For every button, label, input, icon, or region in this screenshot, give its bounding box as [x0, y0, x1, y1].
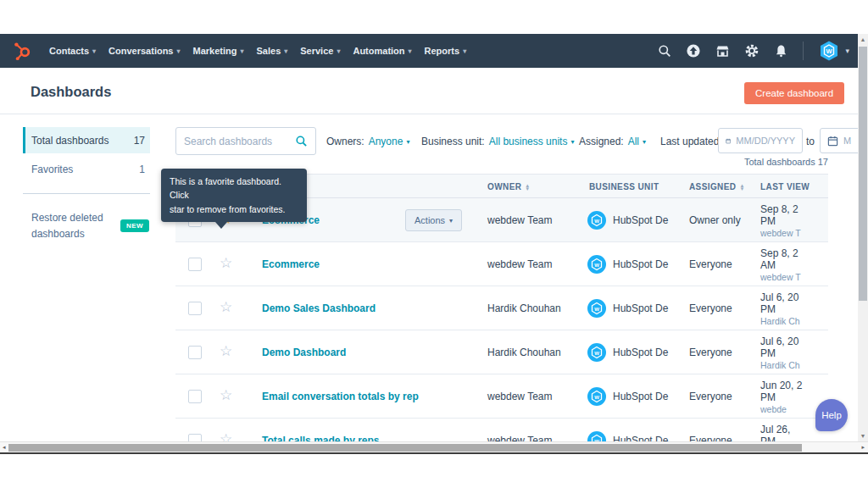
row-checkbox[interactable] — [188, 434, 202, 441]
owner-cell: webdew Team — [487, 435, 553, 441]
help-button[interactable]: Help — [815, 399, 848, 431]
search-icon[interactable] — [295, 135, 308, 147]
column-header-last-viewed: LAST VIEW — [760, 182, 810, 191]
scroll-right-icon[interactable]: ▸ — [861, 444, 865, 451]
horizontal-scrollbar[interactable]: ◂ ▸ — [0, 441, 868, 452]
scroll-left-icon[interactable]: ◂ — [3, 444, 6, 451]
search-icon[interactable] — [658, 44, 671, 58]
nav-item-reports[interactable]: Reports▾ — [425, 46, 467, 56]
dashboard-link[interactable]: Demo Dashboard — [262, 347, 346, 358]
total-dashboards-count: Total dashboards 17 — [659, 157, 828, 167]
restore-deleted-dashboards-link[interactable]: Restore deleted dashboards — [31, 210, 123, 242]
date-from-input[interactable]: MM/DD/YYYY — [718, 128, 803, 153]
header-divider — [0, 114, 858, 114]
last-viewed-cell: Jul 6, 20PMHardik Ch — [760, 336, 800, 371]
table-row: ☆ Total calls made by reps webdew Team W… — [175, 419, 828, 441]
last-viewed-cell: Jul 26,PM — [760, 424, 790, 441]
sort-icon: ▲▼ — [525, 184, 530, 191]
favorite-star-icon[interactable]: ☆ — [220, 298, 232, 317]
actions-button[interactable]: Actions▾ — [405, 209, 462, 231]
row-checkbox[interactable] — [188, 258, 202, 271]
last-viewed-cell: Sep 8, 2AMwebdew T — [760, 247, 801, 283]
scroll-down-icon[interactable]: ▼ — [858, 433, 868, 439]
owner-cell: webdew Team — [487, 214, 553, 226]
business-unit-cell: HubSpot De — [613, 347, 668, 358]
vertical-scrollbar[interactable]: ▲ ▼ — [858, 34, 868, 441]
notifications-bell-icon[interactable] — [774, 43, 788, 58]
dashboard-link[interactable]: Total calls made by reps — [262, 435, 380, 441]
favorite-star-icon[interactable]: ☆ — [220, 386, 232, 405]
create-dashboard-button[interactable]: Create dashboard — [744, 82, 844, 104]
business-unit-badge-icon: W — [587, 343, 606, 362]
owners-dropdown[interactable]: Anyone▾ — [369, 136, 410, 147]
window-bottom-edge — [0, 452, 868, 454]
horizontal-scrollbar-thumb[interactable] — [8, 444, 802, 452]
search-input[interactable] — [184, 136, 295, 147]
last-updated-filter-label: Last updated: — [660, 136, 722, 147]
nav-item-sales[interactable]: Sales▾ — [257, 46, 288, 56]
sidebar-item-total-dashboards[interactable]: Total dashboards 17 — [23, 127, 150, 153]
vertical-scrollbar-thumb[interactable] — [859, 47, 867, 301]
chevron-down-icon: ▾ — [845, 47, 849, 55]
row-checkbox[interactable] — [188, 346, 202, 359]
dashboard-link[interactable]: Email conversation totals by rep — [262, 391, 419, 402]
dashboard-link[interactable]: Demo Sales Dashboard — [262, 302, 376, 314]
nav-item-automation[interactable]: Automation▾ — [353, 46, 411, 56]
date-range-to-label: to — [806, 136, 815, 147]
assigned-cell: Everyone — [689, 258, 732, 270]
nav-item-marketing[interactable]: Marketing▾ — [193, 46, 244, 56]
assigned-dropdown[interactable]: All▾ — [628, 136, 646, 147]
assigned-cell: Owner only — [689, 214, 741, 226]
assigned-filter: Assigned: All▾ — [579, 136, 646, 147]
last-viewed-cell: Jul 6, 20PMHardik Ch — [760, 291, 800, 327]
svg-text:W: W — [594, 395, 599, 400]
scroll-up-icon[interactable]: ▲ — [858, 36, 868, 42]
calendar-icon — [726, 136, 731, 147]
business-unit-badge-icon: W — [587, 211, 606, 230]
calendar-icon — [827, 136, 838, 147]
chevron-down-icon: ▾ — [570, 138, 574, 146]
table-row: ☆ Ecommerce webdew Team W HubSpot De Eve… — [175, 242, 828, 286]
owner-cell: Hardik Chouhan — [487, 302, 561, 314]
business-unit-cell: HubSpot De — [613, 391, 668, 402]
row-checkbox[interactable] — [188, 302, 202, 315]
sort-icon: ▲▼ — [739, 184, 744, 191]
assigned-cell: Everyone — [689, 302, 732, 314]
business-unit-badge-icon: W — [587, 299, 606, 318]
svg-text:W: W — [594, 219, 599, 224]
count-badge: 1 — [139, 164, 145, 175]
marketplace-icon[interactable] — [715, 44, 730, 58]
nav-item-conversations[interactable]: Conversations▾ — [108, 46, 180, 56]
nav-item-contacts[interactable]: Contacts▾ — [49, 46, 96, 56]
nav-item-service[interactable]: Service▾ — [300, 46, 340, 56]
assigned-cell: Everyone — [689, 347, 732, 358]
svg-text:W: W — [594, 307, 599, 312]
chevron-down-icon: ▾ — [643, 138, 646, 146]
settings-gear-icon[interactable] — [744, 43, 760, 58]
sidebar-item-favorites[interactable]: Favorites 1 — [23, 156, 150, 182]
row-checkbox[interactable] — [188, 390, 202, 403]
dashboard-link[interactable]: Ecommerce — [262, 258, 320, 270]
business-unit-filter: Business unit: All business units▾ — [421, 136, 574, 147]
favorite-star-icon[interactable]: ☆ — [220, 430, 232, 441]
hubspot-logo-icon[interactable] — [12, 40, 34, 62]
top-navigation-bar: Contacts▾ Conversations▾ Marketing▾ Sale… — [0, 34, 858, 68]
chevron-down-icon: ▾ — [337, 47, 340, 55]
favorite-star-icon[interactable]: ☆ — [220, 254, 232, 273]
column-header-owner[interactable]: OWNER ▲▼ — [487, 182, 531, 191]
nav-right-icons: W ▾ — [658, 40, 849, 62]
account-menu[interactable]: W ▾ — [818, 40, 849, 62]
chevron-down-icon: ▾ — [406, 138, 409, 146]
business-unit-dropdown[interactable]: All business units▾ — [489, 136, 575, 147]
search-dashboards-box — [175, 127, 316, 155]
favorite-star-icon[interactable]: ☆ — [220, 342, 232, 361]
column-header-business-unit: BUSINESS UNIT — [589, 182, 659, 191]
avatar[interactable]: W — [818, 40, 840, 62]
business-unit-cell: HubSpot De — [613, 435, 668, 441]
column-header-assigned[interactable]: ASSIGNED ▲▼ — [689, 182, 745, 191]
chevron-down-icon: ▾ — [284, 47, 287, 55]
favorite-tooltip: This is a favorite dashboard. Click star… — [161, 169, 307, 222]
upgrade-icon[interactable] — [686, 43, 701, 58]
business-unit-badge-icon: W — [587, 387, 606, 406]
business-unit-cell: HubSpot De — [613, 258, 668, 270]
